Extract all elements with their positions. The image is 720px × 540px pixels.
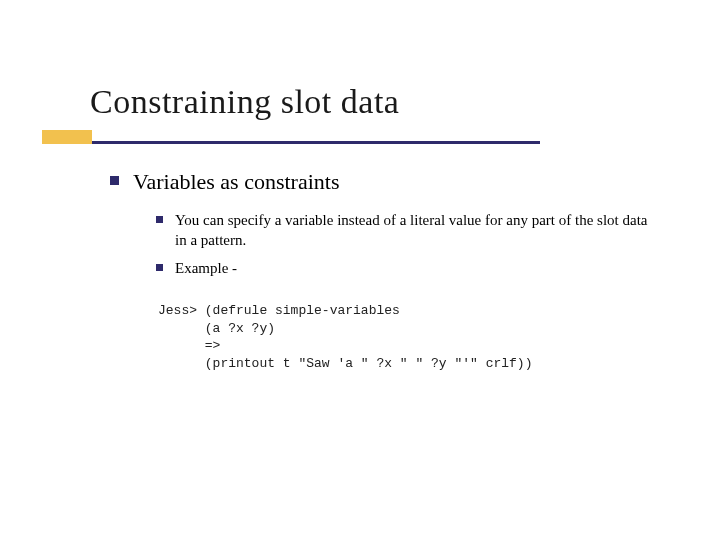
title-area: Constraining slot data: [90, 84, 680, 124]
bullet-level2-text: Example -: [175, 258, 237, 278]
code-example: Jess> (defrule simple-variables (a ?x ?y…: [158, 302, 532, 372]
bullet-level2-list: You can specify a variable instead of a …: [156, 210, 660, 279]
bullet-level2-item: You can specify a variable instead of a …: [156, 210, 660, 251]
code-line: Jess> (defrule simple-variables: [158, 303, 400, 318]
square-bullet-icon: [156, 216, 163, 223]
bullet-level1-text: Variables as constraints: [133, 168, 340, 196]
accent-line-navy: [92, 141, 540, 144]
accent-block-yellow: [42, 130, 92, 144]
square-bullet-icon: [110, 176, 119, 185]
slide: Constraining slot data Variables as cons…: [0, 0, 720, 540]
code-line: (a ?x ?y): [158, 321, 275, 336]
bullet-level2-text: You can specify a variable instead of a …: [175, 210, 660, 251]
code-line: =>: [158, 338, 220, 353]
square-bullet-icon: [156, 264, 163, 271]
code-line: (printout t "Saw 'a " ?x " " ?y "'" crlf…: [158, 356, 532, 371]
bullet-level1: Variables as constraints: [110, 168, 660, 196]
bullet-level2-item: Example -: [156, 258, 660, 278]
slide-title: Constraining slot data: [90, 84, 680, 120]
body-content: Variables as constraints You can specify…: [110, 168, 660, 286]
